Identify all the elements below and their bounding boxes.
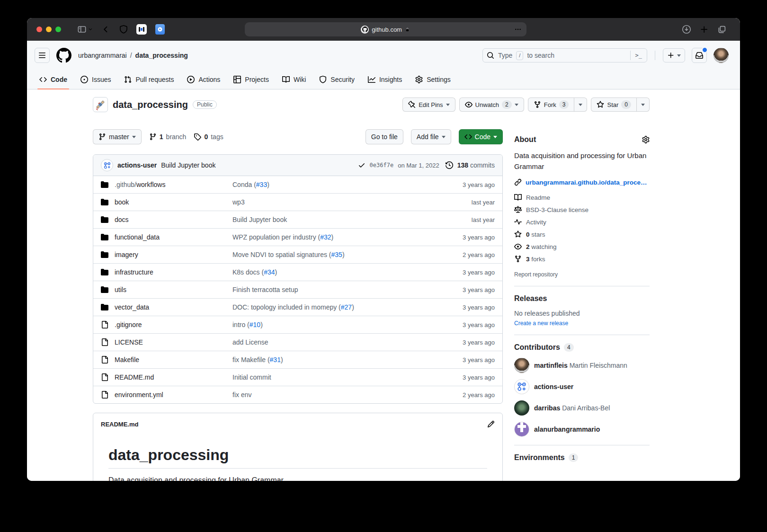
code-button[interactable]: Code (459, 129, 503, 144)
tab-actions[interactable]: Actions (180, 70, 227, 89)
tab-settings[interactable]: Settings (409, 70, 457, 89)
file-name-link[interactable]: Makefile (115, 356, 139, 364)
watching-link[interactable]: 2 watching (514, 243, 650, 250)
new-tab-button[interactable] (700, 25, 709, 34)
branches-link[interactable]: 1branch (149, 133, 187, 141)
issue-link[interactable]: #32 (320, 233, 331, 241)
stars-link[interactable]: 0 stars (514, 231, 650, 238)
sidebar-toggle-button[interactable] (78, 25, 93, 34)
github-logo[interactable] (56, 48, 71, 63)
table-row[interactable]: environment.yml fix env 2 years ago (93, 386, 502, 403)
file-name-link[interactable]: imagery (115, 251, 138, 258)
create-new-button[interactable] (663, 48, 685, 62)
user-avatar[interactable] (713, 48, 729, 63)
file-name-link[interactable]: utils (115, 286, 126, 293)
tab-pull-requests[interactable]: Pull requests (117, 70, 180, 89)
branch-selector[interactable]: master (93, 129, 142, 144)
table-row[interactable]: .gitignore intro (#10) 3 years ago (93, 316, 502, 333)
file-name-link[interactable]: infrastructure (115, 268, 153, 276)
breadcrumb-repo[interactable]: data_processing (135, 52, 188, 59)
commit-author-avatar[interactable] (101, 159, 113, 171)
downloads-button[interactable] (682, 25, 691, 34)
table-row[interactable]: book wp3 last year (93, 193, 502, 211)
tab-code[interactable]: Code (33, 70, 74, 89)
close-window-button[interactable] (36, 27, 42, 32)
minimize-window-button[interactable] (46, 27, 52, 32)
issue-link[interactable]: #27 (341, 303, 352, 311)
website-link[interactable]: urbangrammarai.github.io/data_proce… (526, 179, 647, 186)
back-button[interactable] (101, 25, 111, 34)
table-row[interactable]: README.md Initial commit 3 years ago (93, 368, 502, 386)
license-link[interactable]: BSD-3-Clause license (514, 206, 650, 213)
star-dropdown-button[interactable] (636, 98, 650, 112)
activity-link[interactable]: Activity (514, 218, 650, 226)
readme-link[interactable]: Readme (514, 194, 650, 201)
contributor-login[interactable]: alanurbangrammario (534, 426, 600, 433)
file-name-link[interactable]: .gitignore (115, 321, 142, 328)
address-bar[interactable]: github.com (245, 22, 526, 36)
tab-overview-button[interactable] (717, 25, 726, 34)
zoom-window-button[interactable] (55, 27, 61, 32)
fork-dropdown-button[interactable] (574, 98, 587, 112)
issue-link[interactable]: #34 (264, 268, 275, 276)
global-nav-menu-button[interactable] (35, 48, 50, 63)
issue-link[interactable]: #35 (331, 251, 342, 258)
issue-link[interactable]: #31 (270, 356, 281, 364)
table-row[interactable]: docs Build Jupyter book last year (93, 211, 502, 228)
tags-link[interactable]: 0tags (194, 133, 223, 141)
forks-link[interactable]: 3 forks (514, 255, 650, 263)
unwatch-button[interactable]: Unwatch2 (459, 98, 524, 112)
issue-link[interactable]: #33 (256, 181, 267, 188)
more-options-icon[interactable] (514, 26, 522, 33)
avatar[interactable] (514, 358, 529, 373)
table-row[interactable]: vector_data DOC: topology included in mo… (93, 298, 502, 316)
table-row[interactable]: functional_data WPZ population per indus… (93, 228, 502, 246)
file-name-link[interactable]: docs (115, 216, 129, 223)
search-input[interactable]: Type / to search >_ (482, 48, 647, 62)
commit-sha[interactable]: 0e36f7e (370, 162, 394, 168)
file-name-link[interactable]: .github/workflows (115, 181, 165, 188)
command-palette-icon[interactable]: >_ (630, 51, 643, 60)
goto-file-button[interactable]: Go to file (366, 129, 403, 144)
privacy-report-button[interactable] (119, 25, 128, 34)
table-row[interactable]: imagery Move NDVI to spatial signatures … (93, 246, 502, 263)
commit-message[interactable]: Build Jupyter book (161, 161, 215, 169)
file-name-link[interactable]: vector_data (115, 303, 149, 311)
check-icon[interactable] (358, 161, 366, 169)
contributor-login[interactable]: darribas (534, 404, 560, 412)
contributor-login[interactable]: martinfleis (534, 362, 568, 369)
commit-author[interactable]: actions-user (117, 161, 157, 169)
fork-button[interactable]: Fork3 (528, 98, 574, 112)
readme-filename[interactable]: README.md (101, 421, 138, 428)
table-row[interactable]: utils Finish terracotta setup 3 years ag… (93, 281, 502, 298)
contributor-login[interactable]: actions-user (534, 383, 573, 390)
file-name-link[interactable]: environment.yml (115, 391, 163, 399)
extension-button-2[interactable] (155, 24, 165, 35)
avatar[interactable] (514, 422, 529, 437)
create-release-link[interactable]: Create a new release (514, 320, 568, 327)
gear-icon[interactable] (642, 136, 650, 143)
tab-issues[interactable]: Issues (74, 70, 117, 89)
commits-link[interactable]: 138 commits (457, 161, 495, 169)
star-button[interactable]: Star0 (591, 98, 636, 112)
notifications-button[interactable] (692, 48, 707, 63)
file-name-link[interactable]: functional_data (115, 233, 160, 241)
extension-button[interactable] (136, 24, 147, 35)
file-name-link[interactable]: README.md (115, 373, 154, 381)
avatar[interactable] (514, 379, 529, 394)
add-file-button[interactable]: Add file (411, 129, 451, 144)
tab-projects[interactable]: Projects (227, 70, 276, 89)
table-row[interactable]: Makefile fix Makefile (#31) 3 years ago (93, 351, 502, 368)
issue-link[interactable]: #10 (250, 321, 260, 328)
file-name-link[interactable]: book (115, 198, 129, 206)
pencil-icon[interactable] (487, 420, 495, 428)
repo-avatar[interactable] (93, 97, 108, 112)
file-name-link[interactable]: LICENSE (115, 338, 143, 346)
breadcrumb-owner[interactable]: urbangrammarai (78, 52, 127, 59)
tab-insights[interactable]: Insights (361, 70, 409, 89)
tab-wiki[interactable]: Wiki (276, 70, 312, 89)
edit-pins-button[interactable]: Edit Pins (402, 98, 455, 112)
table-row[interactable]: .github/workflows Conda (#33) 3 years ag… (93, 176, 502, 193)
table-row[interactable]: infrastructure K8s docs (#34) 3 years ag… (93, 263, 502, 281)
report-repository-link[interactable]: Report repository (514, 271, 558, 278)
